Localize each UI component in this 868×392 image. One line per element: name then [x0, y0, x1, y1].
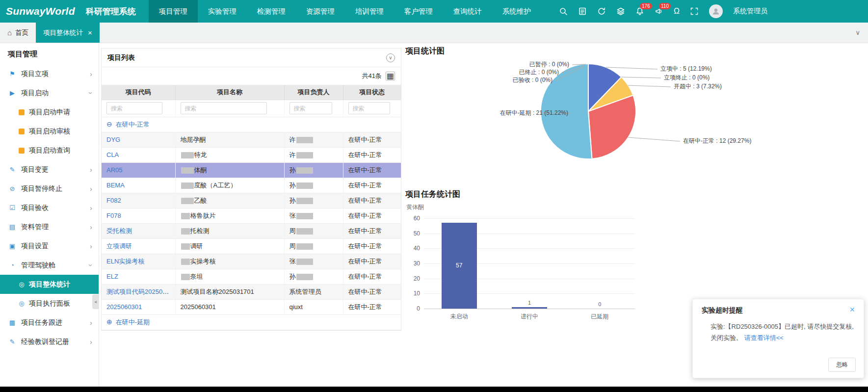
- sidebar-item[interactable]: ✎经验教训登记册›: [0, 332, 99, 351]
- search-input[interactable]: [181, 102, 267, 114]
- table-row[interactable]: CLA特龙许在研中-正常: [102, 147, 401, 162]
- announcement-icon[interactable]: 110: [655, 7, 663, 16]
- project-code-link[interactable]: DYG: [106, 136, 120, 143]
- user-name[interactable]: 系统管理员: [733, 7, 767, 16]
- sidebar-subitem-active[interactable]: ◎项目整体统计: [0, 275, 99, 294]
- sidebar-item[interactable]: ▤资料管理›: [0, 217, 99, 236]
- sidebar-subitem[interactable]: 项目启动申请: [0, 103, 99, 122]
- project-code-link[interactable]: 测试项目代码20250317...: [106, 288, 175, 295]
- menu-icon: ▦: [8, 319, 17, 326]
- project-code-link[interactable]: BEMA: [106, 182, 125, 189]
- table-row[interactable]: 受托检测托检测周在研中-正常: [102, 223, 401, 238]
- table-row[interactable]: AR05体酮孙在研中-正常: [102, 162, 401, 178]
- message-badge: 110: [659, 3, 671, 9]
- tab-active[interactable]: 项目整体统计×: [36, 23, 100, 43]
- table-row[interactable]: ELZ奈坦孙在研中-正常: [102, 269, 401, 284]
- group-row[interactable]: ⊕在研中-延期: [102, 314, 401, 330]
- table-row[interactable]: DYG地屈孕酮许在研中-正常: [102, 132, 401, 147]
- bar-segment[interactable]: [512, 307, 547, 309]
- nav-menu-item[interactable]: 客户管理: [394, 0, 443, 23]
- sidebar-item[interactable]: ⊘项目暂停终止›: [0, 179, 99, 198]
- column-header[interactable]: 项目状态: [343, 85, 401, 100]
- project-owner-cell: 孙: [284, 269, 343, 284]
- project-owner-cell: 张: [284, 208, 343, 223]
- sidebar-item[interactable]: ▣项目设置›: [0, 236, 99, 256]
- search-icon[interactable]: [559, 7, 568, 16]
- search-input[interactable]: [106, 102, 162, 114]
- nav-menu-item[interactable]: 项目管理: [149, 0, 198, 23]
- project-code-link[interactable]: F082: [106, 197, 121, 204]
- sidebar-item[interactable]: ◔管理驾驶舱›: [0, 256, 99, 275]
- project-code-link[interactable]: 立项调研: [106, 242, 132, 250]
- nav-menu-item[interactable]: 资源管理: [296, 0, 345, 23]
- pie-label: 已暂停 : 0 (0%): [529, 61, 569, 68]
- bar-value-label: 1: [512, 300, 547, 306]
- pie-leader-line: [628, 137, 680, 141]
- table-row[interactable]: 20250603012025060301qiuxt在研中-正常: [102, 299, 401, 314]
- sidebar-item[interactable]: ▦项目任务跟进›: [0, 313, 99, 332]
- column-header[interactable]: 项目名称: [175, 85, 284, 100]
- column-header[interactable]: 项目负责人: [284, 85, 343, 100]
- avatar[interactable]: [709, 4, 723, 18]
- refresh-icon[interactable]: [597, 7, 606, 16]
- sidebar-subitem[interactable]: ◎项目执行面板: [0, 294, 99, 313]
- redacted-text: [296, 183, 313, 189]
- fullscreen-icon[interactable]: [690, 7, 699, 16]
- chevron-icon: ›: [90, 204, 92, 212]
- search-input[interactable]: [348, 102, 391, 114]
- tab-list-chevron-icon[interactable]: ∨: [855, 29, 868, 36]
- project-owner-cell: qiuxt: [284, 299, 343, 314]
- view-details-link[interactable]: 请查看详情<<: [744, 334, 784, 341]
- table-row[interactable]: 测试项目代码20250317...测试项目名称2025031701系统管理员在研…: [102, 284, 401, 299]
- project-code-link[interactable]: CLA: [106, 151, 119, 158]
- project-code-link[interactable]: ELZ: [106, 273, 118, 280]
- nav-menu-item[interactable]: 检测管理: [247, 0, 296, 23]
- project-owner-cell: 周: [284, 223, 343, 238]
- sidebar-item[interactable]: ▶项目启动›: [0, 83, 99, 103]
- table-row[interactable]: 立项调研调研周在研中-正常: [102, 238, 401, 254]
- nav-menu-item[interactable]: 实验管理: [198, 0, 247, 23]
- bell-icon[interactable]: 176: [635, 7, 644, 16]
- sidebar-subitem[interactable]: 项目启动查询: [0, 141, 99, 160]
- project-code-link[interactable]: F078: [106, 212, 121, 219]
- project-code-link[interactable]: ELN实操考核: [106, 258, 144, 265]
- table-row[interactable]: BEMA度酸（A工艺）孙在研中-正常: [102, 178, 401, 193]
- ignore-button[interactable]: 忽略: [828, 358, 856, 372]
- sidebar-subitem[interactable]: 项目启动审核: [0, 122, 99, 141]
- project-name-cell: 托检测: [175, 223, 284, 238]
- expand-group-icon[interactable]: ⊕: [106, 318, 112, 326]
- search-input[interactable]: [289, 102, 332, 114]
- project-code-link[interactable]: 2025060301: [106, 303, 142, 311]
- project-owner-cell: 许: [284, 147, 343, 162]
- table-row[interactable]: F078格鲁肽片张在研中-正常: [102, 208, 401, 223]
- bottom-bar: [0, 387, 868, 392]
- speaker-mute-handle[interactable]: ◄: [92, 294, 99, 309]
- omega-icon[interactable]: Ω: [674, 7, 680, 16]
- panel-collapse-icon[interactable]: ∨: [386, 53, 395, 62]
- tab-home[interactable]: ⌂首页: [0, 23, 36, 43]
- table-row[interactable]: F082乙酸孙在研中-正常: [102, 193, 401, 208]
- column-settings-icon[interactable]: ▦: [386, 72, 395, 80]
- table-row[interactable]: ELN实操考核实操考核张在研中-正常: [102, 254, 401, 269]
- nav-menu-item[interactable]: 系统维护: [492, 0, 541, 23]
- layers-icon[interactable]: [616, 7, 625, 16]
- sidebar-item[interactable]: ⚑项目立项›: [0, 64, 99, 83]
- group-row[interactable]: ⊖在研中-正常: [102, 117, 401, 132]
- brand-logo: SunwayWorld: [0, 5, 82, 17]
- project-code-link[interactable]: AR05: [106, 166, 123, 174]
- sidebar-item[interactable]: ☑项目验收›: [0, 198, 99, 217]
- column-header[interactable]: 项目代码: [102, 85, 175, 100]
- menu-icon: ▣: [8, 242, 17, 250]
- sidebar-item[interactable]: ✎项目变更›: [0, 160, 99, 179]
- tab-close-icon[interactable]: ×: [88, 28, 92, 37]
- x-axis-line: [424, 309, 635, 309]
- collapse-group-icon[interactable]: ⊖: [106, 120, 112, 128]
- redacted-text: [296, 274, 313, 280]
- project-code-link[interactable]: 受托检测: [106, 227, 132, 235]
- sidebar-item-label: 项目设置: [21, 242, 90, 251]
- nav-menu-item[interactable]: 培训管理: [345, 0, 394, 23]
- form-icon[interactable]: [578, 7, 587, 16]
- close-icon[interactable]: ×: [849, 306, 855, 313]
- nav-menu-item[interactable]: 查询统计: [443, 0, 492, 23]
- pie-label: 开题中 : 3 (7.32%): [674, 83, 722, 90]
